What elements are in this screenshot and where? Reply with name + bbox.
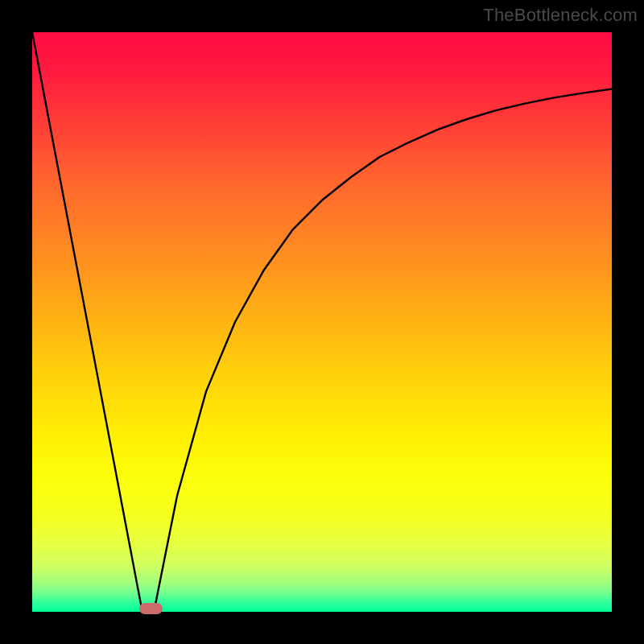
- curve-overlay: [0, 0, 644, 644]
- watermark-text: TheBottleneck.com: [483, 5, 638, 26]
- chart-frame: TheBottleneck.com: [0, 0, 644, 644]
- bottleneck-curve: [32, 32, 612, 612]
- optimum-marker: [139, 603, 163, 614]
